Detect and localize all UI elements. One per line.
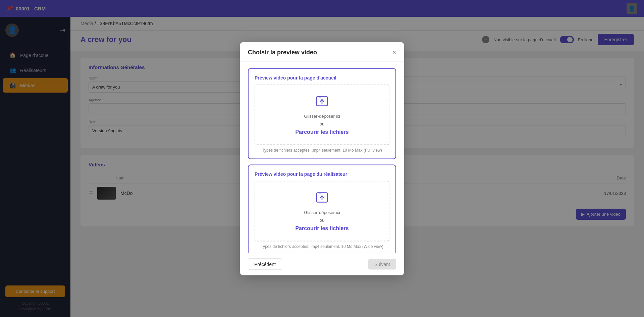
- upload-icon-2: [315, 191, 329, 207]
- upload-drop-text-1: Glisser-déposer ici: [304, 113, 340, 118]
- prev-button[interactable]: Précédent: [248, 258, 282, 270]
- modal-header: Choisir la preview video ×: [240, 42, 404, 61]
- upload-section2-title: Préview video pour la page du réalisateu…: [255, 171, 389, 176]
- svg-rect-3: [319, 193, 321, 194]
- upload-browse-2[interactable]: Parcourir les fichiers: [295, 225, 348, 231]
- upload-hint-2: Types de fichiers acceptés: .mp4 seuleme…: [255, 244, 389, 249]
- svg-rect-1: [319, 96, 321, 98]
- upload-or-text-1: ou: [320, 121, 324, 126]
- upload-dropzone-1[interactable]: Glisser-déposer ici ou Parcourir les fic…: [255, 84, 389, 145]
- modal-body: Préview video pour la page d'accueil Gli…: [240, 61, 404, 253]
- upload-dropzone-2[interactable]: Glisser-déposer ici ou Parcourir les fic…: [255, 180, 389, 241]
- upload-hint-1: Types de fichiers acceptés: .mp4 seuleme…: [255, 148, 389, 152]
- upload-section-homepage: Préview video pour la page d'accueil Gli…: [248, 68, 396, 159]
- upload-icon-1: [315, 94, 329, 111]
- modal-title: Choisir la preview video: [248, 49, 317, 56]
- modal-close-button[interactable]: ×: [392, 49, 396, 56]
- upload-section-director: Préview video pour la page du réalisateu…: [248, 164, 396, 253]
- upload-section1-title: Préview video pour la page d'accueil: [255, 75, 389, 80]
- upload-drop-text-2: Glisser-déposer ici: [304, 210, 340, 215]
- next-button[interactable]: Suivant: [368, 259, 396, 269]
- upload-or-text-2: ou: [320, 217, 324, 222]
- modal-footer: Précédent Suivant: [240, 253, 404, 275]
- upload-browse-1[interactable]: Parcourir les fichiers: [295, 129, 348, 135]
- modal: Choisir la preview video × Préview video…: [240, 42, 404, 275]
